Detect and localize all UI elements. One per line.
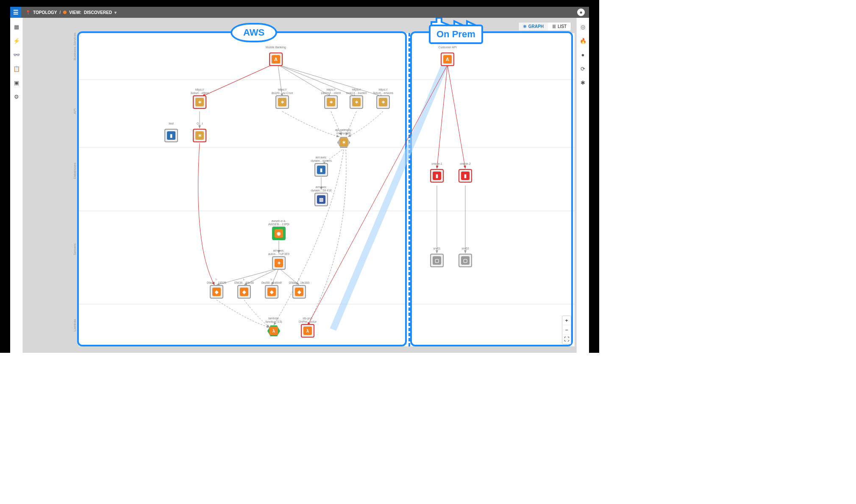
node-label: arn:aws: dynam…tomers — [311, 156, 331, 162]
node-test[interactable]: test▮ — [158, 122, 184, 142]
node-i4[interactable]: i- 058ae…1fe383◆ — [286, 278, 312, 299]
zoom-out-button[interactable]: − — [562, 325, 571, 335]
node-box: ▮ — [164, 129, 178, 142]
node-h4[interactable]: https:// txok14…bucket✶ — [344, 88, 369, 109]
stage[interactable]: ⚛GRAPH ☰LIST + − ⛶ Business Services API… — [23, 18, 576, 353]
api-icon: ✶ — [379, 98, 387, 106]
node-box: ✶ — [193, 95, 206, 109]
node-label: test — [169, 122, 173, 128]
node-i2[interactable]: i- 05636…68e50◆ — [231, 278, 257, 299]
target-icon[interactable]: ◎ — [581, 24, 585, 30]
node-label: i- 09a1b…18525 — [207, 278, 226, 284]
lambda-icon: λ — [303, 327, 312, 335]
api-icon: ✶ — [278, 98, 286, 106]
node-box: ▮ — [314, 163, 328, 177]
list-tab[interactable]: ☰LIST — [548, 22, 571, 30]
node-label: srv01 — [433, 247, 440, 253]
pin-icon: 📍 — [25, 10, 31, 15]
grid-icon[interactable]: ▦ — [14, 24, 19, 30]
lb-icon: ◉ — [275, 229, 283, 238]
node-label: arn:aws: autos…=UF3E9 — [268, 249, 289, 255]
onprem-tag-label: On Prem — [436, 29, 475, 40]
node-eb[interactable]: awseb-e-k- AWSEB…2JP0I◉ — [266, 219, 292, 240]
gear-icon[interactable]: ⚙ — [14, 94, 19, 100]
ec2-icon: ◆ — [267, 288, 276, 296]
user-avatar[interactable]: ● — [577, 8, 585, 16]
fire-icon[interactable]: 🔥 — [580, 38, 586, 44]
node-box: ▥ — [314, 193, 328, 206]
bolt-icon[interactable]: ⚡ — [13, 38, 20, 44]
node-lp[interactable]: sts-prd- OnPre…ectorλ — [295, 317, 320, 338]
node-or2[interactable]: oracle-2▮ — [453, 162, 478, 183]
node-i1[interactable]: i- 09a1b…18525◆ — [204, 278, 229, 299]
ec2-icon: ◆ — [212, 288, 221, 296]
node-dyn1[interactable]: arn:aws: dynam…tomers▮ — [308, 156, 334, 177]
aws-tag-label: AWS — [243, 27, 264, 38]
breadcrumb[interactable]: 📍 TOPOLOGY / VIEW: DISCOVERED ▾ — [21, 10, 117, 15]
node-label: G…l — [197, 122, 203, 128]
node-s2[interactable]: srv02▢ — [453, 247, 478, 267]
lane-srv — [79, 211, 575, 304]
glasses-icon[interactable]: 👓 — [13, 52, 20, 58]
menu-button[interactable]: ☰ — [10, 7, 21, 18]
dbred-icon: ▮ — [461, 172, 470, 180]
node-mobile[interactable]: Mobile BankingA — [263, 46, 289, 66]
aws-tag: AWS — [231, 23, 277, 42]
node-gl[interactable]: G…l✶ — [187, 122, 212, 142]
node-label: i- 0ed50…0d6b4f — [261, 278, 282, 284]
node-box: ◆ — [292, 285, 306, 299]
list-label: LIST — [558, 24, 567, 29]
node-label: arn:aws: dynam…59.416 — [311, 186, 331, 192]
cluster-icon[interactable]: ✱ — [581, 80, 585, 86]
db-icon: ▮ — [167, 131, 175, 140]
node-h3[interactable]: https:// p8mnyt…client✶ — [318, 88, 344, 109]
node-label: https:// 8s1jf3…oy-Cron — [272, 88, 293, 94]
refresh-icon[interactable]: ⟳ — [581, 66, 585, 72]
db-icon: ▮ — [317, 166, 325, 174]
node-box: ▢ — [430, 254, 444, 267]
node-or1[interactable]: oracle-1▮ — [424, 162, 450, 183]
node-asg[interactable]: arn:aws: autos…=UF3E9✦ — [266, 249, 292, 270]
node-h5[interactable]: https:// 3utozl…ersions✶ — [370, 88, 396, 109]
node-box: ✶ — [324, 95, 338, 109]
node-box: ✶ — [337, 136, 350, 149]
zoom-controls: + − ⛶ — [562, 316, 571, 344]
breadcrumb-sep: / — [60, 10, 61, 15]
node-box: ▮ — [459, 169, 472, 183]
api-icon: ✶ — [339, 138, 348, 147]
topology-canvas[interactable]: Mobile BankingACustomer APIAhttps:// 3ut… — [79, 33, 575, 346]
app-icon: A — [272, 55, 280, 64]
srv-icon: ▢ — [433, 256, 441, 265]
node-lf[interactable]: lambda- function (13)λ — [261, 317, 286, 338]
zoom-in-button[interactable]: + — [562, 316, 571, 325]
right-rail: ◎ 🔥 ● ⟳ ✱ — [576, 18, 589, 353]
node-apim[interactable]: api-gateway- method (8)✶ — [331, 128, 356, 149]
graph-tab[interactable]: ⚛GRAPH — [519, 22, 548, 30]
node-box: ◆ — [237, 285, 251, 299]
node-h2[interactable]: https:// 8s1jf3…oy-Cron✶ — [270, 88, 295, 109]
node-label: https:// p8mnyt…client — [321, 88, 341, 94]
lambda-icon: λ — [270, 327, 278, 335]
node-i3[interactable]: i- 0ed50…0d6b4f◆ — [259, 278, 284, 299]
dyn-icon: ▥ — [317, 195, 325, 204]
node-cust[interactable]: Customer APIA — [435, 46, 460, 66]
api-icon: ✶ — [327, 98, 335, 106]
node-h1[interactable]: https:// 3utozl…d/test✶ — [187, 88, 212, 109]
onprem-tag: On Prem — [429, 25, 483, 44]
bell-icon[interactable]: ● — [581, 52, 585, 58]
srv-icon: ▢ — [461, 256, 470, 265]
node-box: ▮ — [430, 169, 444, 183]
dbred-icon: ▮ — [433, 172, 441, 180]
node-dyn2[interactable]: arn:aws: dynam…59.416▥ — [308, 186, 334, 206]
zoom-fit-button[interactable]: ⛶ — [562, 335, 571, 344]
clipboard-icon[interactable]: 📋 — [13, 66, 20, 72]
node-label: lambda- function (13) — [266, 317, 282, 323]
layers-icon[interactable]: ▣ — [14, 80, 19, 86]
node-box: ◆ — [265, 285, 278, 299]
node-box: ✶ — [376, 95, 390, 109]
top-bar: ☰ 📍 TOPOLOGY / VIEW: DISCOVERED ▾ ● — [10, 7, 589, 18]
node-box: ✶ — [275, 95, 289, 109]
node-label: oracle-1 — [431, 162, 442, 168]
status-dot-icon — [63, 11, 67, 14]
node-s1[interactable]: srv01▢ — [424, 247, 450, 267]
